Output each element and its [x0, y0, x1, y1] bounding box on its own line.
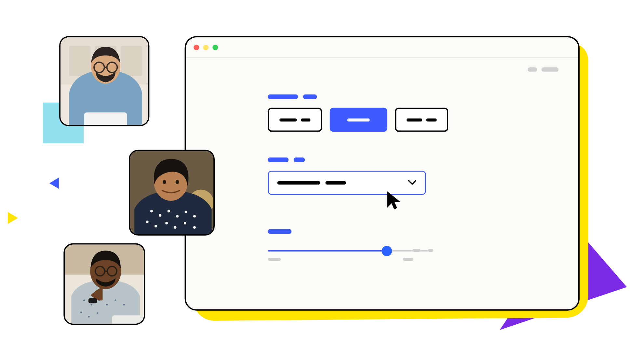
header-actions: [528, 67, 558, 72]
window-titlebar: [186, 37, 578, 58]
svg-point-23: [184, 222, 186, 225]
svg-point-27: [176, 180, 179, 184]
section-label: [268, 95, 559, 99]
slider-tick: [428, 249, 433, 252]
svg-point-33: [106, 304, 108, 306]
svg-point-24: [193, 226, 196, 229]
svg-point-26: [163, 180, 166, 184]
slider-handle[interactable]: [382, 246, 392, 256]
svg-point-22: [174, 226, 177, 229]
window-close-button[interactable]: [194, 45, 199, 50]
svg-point-36: [80, 311, 82, 313]
svg-point-14: [159, 214, 161, 217]
slider[interactable]: [268, 245, 433, 258]
svg-rect-2: [69, 46, 91, 76]
svg-point-38: [97, 312, 98, 314]
tab-option-1[interactable]: [268, 108, 322, 132]
tab-option-2[interactable]: [330, 108, 387, 132]
section-label: [268, 158, 559, 162]
svg-point-35: [123, 304, 125, 306]
svg-rect-4: [121, 46, 142, 76]
slider-tick: [413, 249, 421, 252]
svg-rect-44: [112, 315, 145, 325]
avatar-user-2: [129, 150, 215, 236]
svg-point-13: [150, 210, 153, 213]
window-maximize-button[interactable]: [212, 45, 218, 50]
svg-rect-9: [84, 112, 127, 126]
svg-point-19: [146, 221, 149, 223]
svg-rect-43: [88, 298, 97, 304]
header-pill: [528, 67, 537, 72]
avatar-user-3: [63, 243, 145, 325]
svg-point-37: [88, 316, 90, 318]
svg-point-34: [114, 299, 116, 301]
avatar-user-1: [59, 36, 149, 126]
tab-group: [268, 108, 559, 132]
svg-point-15: [168, 210, 170, 213]
cursor-icon: [386, 190, 403, 213]
svg-point-21: [165, 222, 168, 225]
app-window: [185, 36, 580, 311]
decoration-blue-triangle: [49, 178, 59, 189]
svg-point-20: [154, 225, 157, 228]
decoration-yellow-triangle: [8, 212, 18, 224]
svg-point-18: [193, 215, 196, 217]
slider-min-label: [268, 258, 281, 261]
tab-option-3[interactable]: [395, 108, 448, 132]
svg-point-31: [91, 304, 92, 306]
window-minimize-button[interactable]: [203, 45, 208, 50]
svg-point-17: [185, 211, 187, 213]
slider-max-label: [403, 258, 413, 261]
svg-point-16: [176, 215, 179, 217]
header-pill: [542, 67, 559, 72]
section-label: [268, 229, 559, 234]
chevron-down-icon: [408, 179, 416, 187]
svg-point-30: [83, 299, 85, 301]
